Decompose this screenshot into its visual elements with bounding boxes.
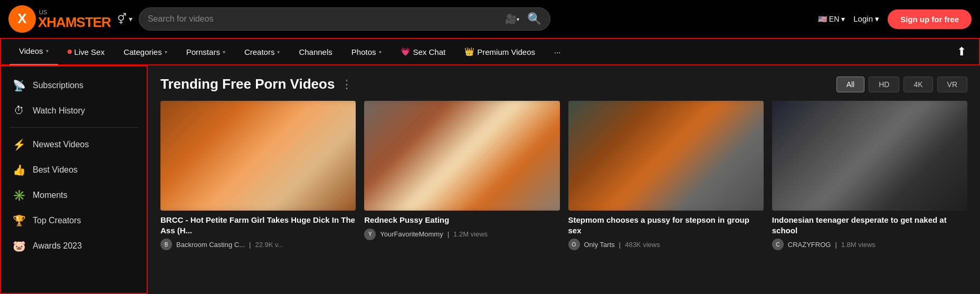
- channel-name-2: YourFavoriteMommy: [380, 230, 443, 238]
- logo-icon: X: [8, 5, 36, 33]
- nav-item-sex-chat[interactable]: 💗 Sex Chat: [391, 38, 455, 65]
- chevron-down-icon: ▾: [277, 49, 280, 55]
- live-dot-icon: [68, 50, 72, 54]
- section-menu-icon[interactable]: ⋮: [341, 78, 353, 91]
- chevron-down-icon: ▾: [223, 49, 225, 55]
- filter-4k[interactable]: 4K: [903, 77, 933, 92]
- video-card-1[interactable]: BRCC - Hot Petite Farm Girl Takes Huge D…: [160, 101, 356, 250]
- channel-name-1: Backroom Casting C...: [176, 241, 245, 249]
- thumbnail-image-2: [364, 101, 559, 211]
- video-title-2: Redneck Pussy Eating: [364, 215, 559, 225]
- camera-icon: 🎥: [505, 13, 517, 25]
- thumbnail-image-1: [160, 101, 356, 211]
- sidebar-item-awards-2023[interactable]: 🐷 Awards 2023: [1, 233, 147, 259]
- filter-hd[interactable]: HD: [869, 77, 899, 92]
- heart-icon: 💗: [401, 47, 411, 56]
- svg-text:X: X: [17, 11, 27, 26]
- flag-icon: 🇺🇸: [818, 15, 827, 23]
- channel-name-3: Only Tarts: [584, 241, 615, 249]
- gender-icon: ⚥: [117, 13, 127, 25]
- more-icon: ···: [554, 48, 561, 56]
- chevron-down-icon: ▾: [379, 49, 382, 55]
- video-card-2[interactable]: Redneck Pussy Eating Y YourFavoriteMommy…: [364, 101, 559, 250]
- signup-button[interactable]: Sign up for free: [888, 10, 972, 29]
- nav-label-live-sex: Live Sex: [74, 48, 105, 56]
- nav-item-channels[interactable]: Channels: [289, 38, 341, 65]
- video-section: Trending Free Porn Videos ⋮ All HD 4K VR…: [148, 65, 980, 294]
- nav-item-creators[interactable]: Creators ▾: [235, 38, 290, 65]
- lang-chevron: ▾: [841, 15, 845, 23]
- view-count-3: 483K views: [625, 241, 660, 249]
- nav-label-photos: Photos: [351, 48, 376, 56]
- logo-x: X: [38, 14, 46, 30]
- nav-label-sex-chat: Sex Chat: [413, 48, 446, 56]
- filter-vr[interactable]: VR: [937, 77, 967, 92]
- sidebar-label-best-videos: Best Videos: [33, 165, 78, 175]
- filter-all[interactable]: All: [836, 77, 865, 92]
- video-title-3: Stepmom chooses a pussy for stepson in g…: [568, 215, 764, 235]
- search-button[interactable]: 🔍: [527, 12, 541, 26]
- nav-label-creators: Creators: [244, 48, 275, 56]
- search-input[interactable]: [148, 14, 498, 24]
- sidebar-item-subscriptions[interactable]: 📡 Subscriptions: [1, 73, 147, 98]
- channel-avatar-1: B: [160, 239, 172, 250]
- nav-item-pornstars[interactable]: Pornstars ▾: [177, 38, 235, 65]
- camera-chevron: ▾: [517, 16, 519, 22]
- video-thumbnail-1: [160, 101, 356, 211]
- gender-selector[interactable]: ⚥ ▾: [117, 13, 132, 25]
- gender-chevron: ▾: [129, 15, 132, 23]
- main-content: 📡 Subscriptions ⏱ Watch History ⚡ Newest…: [0, 65, 980, 294]
- nav-item-photos[interactable]: Photos ▾: [342, 38, 391, 65]
- channel-avatar-4: C: [772, 239, 784, 250]
- logo-brand: XHAMSTER: [38, 15, 111, 29]
- sidebar-item-watch-history[interactable]: ⏱ Watch History: [1, 98, 147, 123]
- sidebar-label-watch-history: Watch History: [33, 106, 85, 116]
- upload-icon: ⬆: [957, 45, 966, 58]
- thumbnail-image-4: [772, 101, 967, 211]
- search-icon: 🔍: [527, 12, 541, 25]
- sidebar-item-newest-videos[interactable]: ⚡ Newest Videos: [1, 132, 147, 157]
- lang-code: EN: [829, 15, 839, 23]
- login-chevron: ▾: [875, 14, 879, 23]
- nav-item-more[interactable]: ···: [545, 38, 570, 65]
- sidebar-label-subscriptions: Subscriptions: [33, 81, 83, 90]
- sidebar-divider: [9, 127, 138, 128]
- sidebar-label-newest-videos: Newest Videos: [33, 140, 89, 149]
- chevron-down-icon: ▾: [165, 49, 167, 55]
- sidebar-item-moments[interactable]: ✳️ Moments: [1, 183, 147, 208]
- video-thumbnail-2: [364, 101, 559, 211]
- camera-button[interactable]: 🎥 ▾: [502, 8, 523, 30]
- thumbnail-image-3: [568, 101, 764, 211]
- video-thumbnail-4: [772, 101, 967, 211]
- upload-button[interactable]: ⬆: [953, 45, 971, 59]
- video-card-4[interactable]: Indonesian teenager desperate to get nak…: [772, 101, 967, 250]
- newest-videos-icon: ⚡: [13, 138, 25, 151]
- channel-name-4: CRAZYFROG: [788, 241, 831, 249]
- nav-item-live-sex[interactable]: Live Sex: [58, 38, 115, 65]
- nav-label-pornstars: Pornstars: [186, 48, 220, 56]
- video-title-4: Indonesian teenager desperate to get nak…: [772, 215, 967, 235]
- video-card-3[interactable]: Stepmom chooses a pussy for stepson in g…: [568, 101, 764, 250]
- search-bar: 🎥 ▾ 🔍: [139, 7, 550, 31]
- separator-4: |: [835, 241, 836, 249]
- nav-item-premium[interactable]: 👑 Premium Videos: [455, 38, 545, 65]
- login-button[interactable]: Login ▾: [853, 14, 879, 24]
- view-count-2: 1.2M views: [453, 230, 488, 238]
- logo[interactable]: X US XHAMSTER: [8, 5, 111, 33]
- subscriptions-icon: 📡: [13, 79, 25, 92]
- watch-history-icon: ⏱: [13, 105, 25, 117]
- video-meta-2: Y YourFavoriteMommy | 1.2M views: [364, 229, 559, 240]
- nav-item-videos[interactable]: Videos ▾: [9, 38, 58, 65]
- nav-item-categories[interactable]: Categories ▾: [114, 38, 177, 65]
- nav-label-channels: Channels: [299, 48, 332, 56]
- crown-icon: 👑: [464, 47, 474, 56]
- sidebar-label-moments: Moments: [33, 191, 68, 200]
- sidebar-item-top-creators[interactable]: 🏆 Top Creators: [1, 208, 147, 233]
- sidebar-label-awards-2023: Awards 2023: [33, 241, 82, 251]
- language-selector[interactable]: 🇺🇸 EN ▾: [818, 15, 845, 23]
- section-header: Trending Free Porn Videos ⋮ All HD 4K VR: [160, 76, 967, 92]
- video-title-1: BRCC - Hot Petite Farm Girl Takes Huge D…: [160, 215, 356, 235]
- video-thumbnail-3: [568, 101, 764, 211]
- sidebar-item-best-videos[interactable]: 👍 Best Videos: [1, 157, 147, 183]
- sidebar: 📡 Subscriptions ⏱ Watch History ⚡ Newest…: [0, 65, 148, 294]
